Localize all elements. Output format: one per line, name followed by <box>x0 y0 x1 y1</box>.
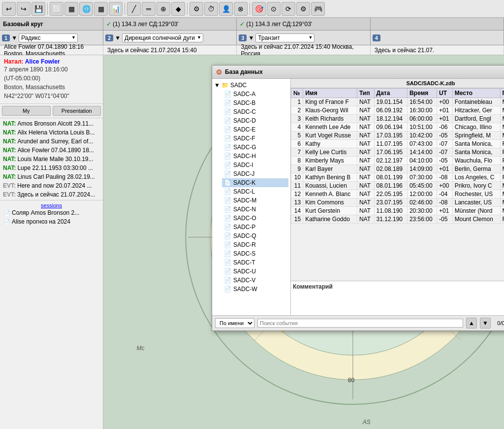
table-row[interactable]: 5Kurt Vogel RusseNAT17.03.19510:42:00-05… <box>291 132 504 140</box>
panel2-dropdown[interactable]: Дирекция солнечной дуги ▼ <box>122 33 203 42</box>
col-name[interactable]: Имя <box>303 89 357 98</box>
chart-btn[interactable]: 📊 <box>109 2 123 16</box>
person-item[interactable]: NAT: Amos Bronson Alcott 29.11... <box>1 119 102 128</box>
gamepad-btn[interactable]: 🎮 <box>311 2 325 16</box>
data-table[interactable]: № Имя Тип Дата Время UT Место Пол RR Р <box>291 88 504 281</box>
panel3-arrow[interactable]: ▼ <box>248 34 254 41</box>
sessions-link[interactable]: sessions <box>2 202 101 208</box>
table-row[interactable]: 1King of France FNAT19.01.15416:54:00+00… <box>291 98 504 106</box>
cross-btn[interactable]: ⊕ <box>157 2 170 16</box>
my-button[interactable]: My <box>2 106 51 116</box>
forward-btn[interactable]: ↪ <box>17 2 31 16</box>
tree-item-sadc-u[interactable]: 📄 SADC-U <box>222 267 288 276</box>
tree-item-sadc-b[interactable]: 📄 SADC-B <box>222 99 288 107</box>
tree-item-sadc-n[interactable]: 📄 SADC-N <box>222 205 288 214</box>
col-num[interactable]: № <box>291 89 303 98</box>
person-item[interactable]: EVT: Here and now 20.07.2024 ... <box>1 181 102 190</box>
next-btn[interactable]: ▼ <box>480 318 491 329</box>
hline-btn[interactable]: ═ <box>142 2 156 16</box>
tree-item-sadc-w[interactable]: 📄 SADC-W <box>222 285 288 294</box>
tree-item-sadc-f[interactable]: 📄 SADC-F <box>222 134 288 143</box>
circle-btn[interactable]: ⊙ <box>267 2 281 16</box>
col-ut[interactable]: UT <box>437 89 453 98</box>
table-row[interactable]: 7Kelly Lee CurtisNAT17.06.19514:14:00-07… <box>291 148 504 157</box>
back-btn[interactable]: ↩ <box>2 2 16 16</box>
table-row[interactable]: 9Karl BayerNAT02.08.18914:09:00+01Berlin… <box>291 165 504 173</box>
table-row[interactable]: 11Kouassi, LucienNAT08.01.19605:45:00+00… <box>291 182 504 190</box>
sort-select[interactable]: По имени <box>215 318 254 328</box>
person-item[interactable]: NAT: Arundel and Surrey, Earl of... <box>1 137 102 146</box>
globe-btn[interactable]: 🌐 <box>79 2 93 16</box>
table-row[interactable]: 15Katharine GoddoNAT31.12.19023:56:00-05… <box>291 215 504 224</box>
main-area: Натал: Alice Fowler 7 апреля 1890 18:16:… <box>0 55 504 429</box>
person-name: Here and now 20.07.2024 ... <box>17 182 92 189</box>
tree-item-sadc-p[interactable]: 📄 SADC-P <box>222 223 288 231</box>
search-input[interactable] <box>257 319 463 328</box>
panel2-arrow[interactable]: ▼ <box>115 34 121 41</box>
tree-item-sadc-o[interactable]: 📄 SADC-O <box>222 214 288 223</box>
diamond-btn[interactable]: ◆ <box>171 2 185 16</box>
tree-item-sadc-j[interactable]: 📄 SADC-J <box>222 169 288 178</box>
person-item[interactable]: NAT: Alice Fowler 07.04.1890 18... <box>1 146 102 155</box>
tree-item-sadc-e[interactable]: 📄 SADC-E <box>222 125 288 134</box>
grid-btn[interactable]: ▦ <box>64 2 78 16</box>
refresh-btn[interactable]: ⟳ <box>282 2 295 16</box>
person-item[interactable]: NAT: Lupe 22.11.1953 03:30:00 ... <box>1 164 102 172</box>
cancel-btn[interactable]: ⊗ <box>234 2 248 16</box>
session-item[interactable]: 📄 Соляр Amos Bronson 2... <box>2 208 101 217</box>
person-item[interactable]: NAT: Linus Carl Pauling 28.02.19... <box>1 172 102 181</box>
session-item[interactable]: 📄 Alise прогноз на 2024 <box>2 217 101 226</box>
table-row[interactable]: 8Kimberly MaysNAT02.12.19704:10:00-05Wau… <box>291 157 504 165</box>
col-place[interactable]: Место <box>452 89 500 98</box>
tree-item-sadc-h[interactable]: 📄 SADC-H <box>222 152 288 161</box>
col-type[interactable]: Тип <box>357 89 374 98</box>
tree-file-icon: 📄 <box>224 259 231 266</box>
save-btn[interactable]: 💾 <box>32 2 45 16</box>
prev-btn[interactable]: ▲ <box>466 318 477 329</box>
tag-nat: NAT: <box>3 147 16 154</box>
tree-item-sadc-d[interactable]: 📄 SADC-D <box>222 116 288 125</box>
user-btn[interactable]: 👤 <box>219 2 233 16</box>
table-row[interactable]: 12Kenneth A. BlancNAT22.05.19512:00:00-0… <box>291 190 504 198</box>
tree-item-sadc-r[interactable]: 📄 SADC-R <box>222 240 288 249</box>
tree-item-sadc-l[interactable]: 📄 SADC-L <box>222 187 288 196</box>
presentation-button[interactable]: Presentation <box>53 106 101 116</box>
table-row[interactable]: 13Kim CommonsNAT23.07.19502:46:00-08Lanc… <box>291 198 504 207</box>
col-time[interactable]: Время <box>407 89 437 98</box>
tree-item-sadc-c[interactable]: 📄 SADC-C <box>222 107 288 116</box>
tree-item-sadc-i[interactable]: 📄 SADC-I <box>222 161 288 169</box>
tree-item-sadc-a[interactable]: 📄 SADC-A <box>222 90 288 99</box>
natal-date: 7 апреля 1890 18:16:00 <box>4 65 99 74</box>
settings-btn[interactable]: ⚙ <box>189 2 203 16</box>
table-row[interactable]: 2Klaus-Georg WilNAT06.09.19216:30:00+01H… <box>291 106 504 115</box>
line-btn[interactable]: ╱ <box>127 2 141 16</box>
table-row[interactable]: 10Kathlyn Bening BNAT08.01.19907:30:00-0… <box>291 173 504 182</box>
col-date[interactable]: Дата <box>374 89 407 98</box>
tree-item-sadc-t[interactable]: 📄 SADC-T <box>222 258 288 267</box>
tree-item-sadc-k[interactable]: 📄 SADC-K <box>222 178 288 187</box>
panel1-arrow[interactable]: ▼ <box>11 34 17 41</box>
table-row[interactable]: 6KathyNAT11.07.19507:43:00-07Santa Monic… <box>291 140 504 148</box>
table-row[interactable]: 3Keith RichardsNAT18.12.19406:00:00+01Da… <box>291 115 504 123</box>
panel1-num: 1 <box>2 34 10 41</box>
new-chart-btn[interactable]: ⬜ <box>50 2 63 16</box>
tree-root-item[interactable]: ▼ 📁 SADC <box>214 81 288 90</box>
tree-item-sadc-m[interactable]: 📄 SADC-M <box>222 196 288 205</box>
panel1-dropdown[interactable]: Радикс ▼ <box>19 33 78 42</box>
info2-text: Здесь и сейчас 21.07.2024 15:40 <box>107 47 197 54</box>
tree-item-sadc-q[interactable]: 📄 SADC-Q <box>222 231 288 240</box>
table-row[interactable]: 14Kurt GersteinNAT11.08.19020:30:00+01Mü… <box>291 207 504 215</box>
table-row[interactable]: 4Kenneth Lee AdeNAT09.06.19410:51:00-06C… <box>291 123 504 132</box>
col-gender[interactable]: Пол <box>500 89 504 98</box>
clock-btn[interactable]: ⏱ <box>204 2 218 16</box>
target-btn[interactable]: 🎯 <box>252 2 266 16</box>
config-btn[interactable]: ⚙ <box>296 2 310 16</box>
table-btn[interactable]: ▦ <box>94 2 108 16</box>
person-item[interactable]: NAT: Alix Helena Victoria Louis B... <box>1 128 102 137</box>
tree-item-sadc-s[interactable]: 📄 SADC-S <box>222 249 288 258</box>
tree-item-sadc-v[interactable]: 📄 SADC-V <box>222 276 288 285</box>
tree-item-sadc-g[interactable]: 📄 SADC-G <box>222 143 288 152</box>
person-item[interactable]: NAT: Louis Marie Malle 30.10.19... <box>1 155 102 164</box>
panel3-dropdown[interactable]: Транзит ▼ <box>255 33 315 42</box>
person-item[interactable]: EVT: Здесь и сейчас 21.07.2024... <box>1 190 102 199</box>
